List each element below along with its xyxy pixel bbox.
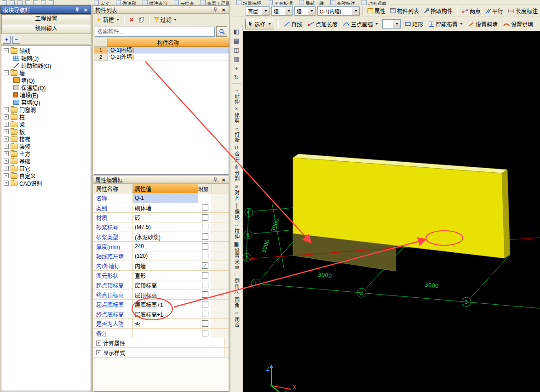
expand-icon[interactable] <box>4 144 9 149</box>
property-value-cell[interactable]: 240 <box>133 242 198 251</box>
tool-split[interactable]: ⋔ 分割 <box>234 164 240 182</box>
extra-checkbox[interactable] <box>202 282 208 288</box>
tree-item-cad[interactable]: CAD识别 <box>1 179 91 187</box>
tool-fillet[interactable]: ◠ 圆角 <box>234 290 240 308</box>
tree-item-axes[interactable]: 轴线 <box>1 47 91 54</box>
project-settings-button[interactable]: 工程设置 <box>1 14 91 24</box>
properties-button[interactable]: 属性 <box>366 6 387 16</box>
tree-item-curtain-wall[interactable]: 幕墙(Q) <box>1 98 91 106</box>
collapse-icon[interactable] <box>4 70 9 75</box>
tree-item-wall-pier[interactable]: 墙垛(E) <box>1 91 91 98</box>
extra-checkbox[interactable]: ✓ <box>202 262 208 269</box>
tree-item-wall[interactable]: 墙(Q) <box>1 76 91 84</box>
smart-layout-button[interactable]: 智能布置 <box>427 19 464 29</box>
property-value-cell[interactable]: 层底标高+1 <box>133 300 198 309</box>
top-toolbar-item[interactable]: 动态观察 <box>362 0 386 5</box>
category-select[interactable]: 墙 <box>271 6 293 16</box>
top-toolbar-item[interactable]: 查改标注 <box>330 0 355 5</box>
close-icon[interactable]: × <box>82 7 89 13</box>
tree-item-other[interactable]: 其它 <box>1 165 91 172</box>
property-value-cell[interactable]: 内墙 <box>133 261 198 270</box>
property-group-calc[interactable]: 计算属性 <box>94 338 229 348</box>
component-row-q2[interactable]: 2 Q-2[外墙] <box>94 54 229 61</box>
component-list-button[interactable]: 构件列表 <box>389 6 420 16</box>
tool-merge[interactable]: ∪ 合并 <box>234 144 240 162</box>
property-value-cell[interactable]: 层底标高+1 <box>133 309 198 318</box>
mirror-icon[interactable]: ◫ <box>231 45 241 54</box>
top-toolbar-item[interactable]: 批量选择 <box>236 0 261 5</box>
tool-stretch[interactable]: ↔ 拉伸 <box>234 222 240 239</box>
component-row-q1[interactable]: 1 Q-1[内墙] <box>94 47 229 54</box>
rotate-icon[interactable]: ↻ <box>231 73 241 82</box>
point-length-tool-button[interactable]: 点加长度 <box>306 19 339 29</box>
tree-item-wall-group[interactable]: 墙 <box>1 69 91 76</box>
three-point-arc-button[interactable]: 三点画弧 <box>342 19 379 29</box>
tree-item-stair[interactable]: 楼梯 <box>1 135 91 142</box>
expand-icon[interactable] <box>4 107 9 112</box>
expand-icon[interactable] <box>4 122 9 127</box>
rectangle-tool-button[interactable]: 矩形 <box>403 19 425 29</box>
delete-component-button[interactable] <box>127 16 136 24</box>
property-value-cell[interactable] <box>133 329 198 338</box>
tool-trim[interactable]: × 修剪 <box>234 106 240 124</box>
top-toolbar-item[interactable]: 云检查 <box>174 0 194 5</box>
move-icon[interactable]: + <box>231 63 241 73</box>
extra-checkbox[interactable] <box>202 233 208 240</box>
tree-item-custom[interactable]: 自定义 <box>1 172 91 179</box>
tool-offset[interactable]: ∥ 偏移 <box>234 202 240 220</box>
copy-component-button[interactable] <box>138 16 146 24</box>
arc-mode-select[interactable] <box>382 19 401 28</box>
extra-checkbox[interactable] <box>202 311 208 317</box>
extra-checkbox[interactable] <box>202 272 208 278</box>
top-toolbar-item-define[interactable]: 定义 <box>94 0 109 5</box>
close-icon[interactable]: × <box>220 177 227 183</box>
length-dimension-button[interactable]: 长度标注 <box>506 6 539 16</box>
expand-icon[interactable] <box>4 136 9 142</box>
property-value-cell[interactable]: 砖 <box>133 213 198 222</box>
arch-wall-button[interactable]: 设置拱墙 <box>502 19 534 29</box>
property-value-cell[interactable]: 直形 <box>133 271 198 280</box>
search-button[interactable] <box>216 26 227 37</box>
tool-close[interactable]: ○ 闭合 <box>234 310 240 328</box>
tool-break[interactable]: ~ 打断 <box>234 125 240 143</box>
expand-icon[interactable] <box>4 173 9 178</box>
expand-icon[interactable] <box>4 129 9 134</box>
expand-icon[interactable] <box>4 166 9 171</box>
component-select[interactable]: Q-1[内墙] <box>317 6 360 16</box>
extra-checkbox[interactable] <box>202 253 208 259</box>
collapse-all-button[interactable] <box>12 36 20 44</box>
tree-item-decoration[interactable]: 装修 <box>1 142 91 150</box>
expand-icon[interactable] <box>96 350 101 355</box>
property-value-cell[interactable]: (M7.5) <box>133 222 198 232</box>
top-toolbar-item[interactable]: 局部三维 <box>299 0 324 5</box>
slant-wall-button[interactable]: 设置斜墙 <box>467 19 499 29</box>
property-value-cell[interactable]: (水泥砂浆) <box>133 232 198 241</box>
tree-item-axis-grid[interactable]: 轴网(J) <box>1 54 91 62</box>
tool-align[interactable]: ≡ 对齐 <box>234 183 240 201</box>
tree-item-insulation-wall[interactable]: 保温墙(Q) <box>1 84 91 91</box>
expand-icon[interactable] <box>4 114 9 119</box>
expand-all-button[interactable] <box>3 36 11 44</box>
extra-checkbox[interactable] <box>202 320 208 327</box>
expand-icon[interactable] <box>96 341 101 346</box>
tree-item-door-window[interactable]: 门窗洞 <box>1 106 91 113</box>
pin-icon[interactable] <box>212 177 218 183</box>
property-value-cell[interactable]: 否 <box>133 319 198 328</box>
brush-icon[interactable]: ◧ <box>231 27 241 36</box>
array-icon[interactable]: ▥ <box>231 54 241 63</box>
top-toolbar-item[interactable]: 查看工程量 <box>201 0 230 5</box>
drawing-canvas[interactable]: C B A 1 2 3 3000 3000 3000 3000 Z X Y <box>243 31 540 392</box>
extra-checkbox[interactable] <box>202 291 208 298</box>
two-point-button[interactable]: 两点 <box>460 6 482 16</box>
tool-grips[interactable]: ▣ 设置夹点 <box>234 241 240 270</box>
property-value-cell[interactable]: 层顶标高 <box>133 290 198 299</box>
expand-icon[interactable] <box>4 159 9 164</box>
tree-item-column[interactable]: 柱 <box>1 113 91 120</box>
property-value-cell[interactable]: 层顶标高 <box>133 280 198 290</box>
parallel-button[interactable]: 平行 <box>484 6 505 16</box>
new-component-button[interactable]: 新建 <box>95 14 121 25</box>
line-tool-button[interactable]: 直线 <box>282 19 304 29</box>
subcategory-select[interactable]: 墙 <box>294 6 316 16</box>
extra-checkbox[interactable] <box>202 301 208 307</box>
tool-extend[interactable]: → 延伸 <box>234 86 240 104</box>
